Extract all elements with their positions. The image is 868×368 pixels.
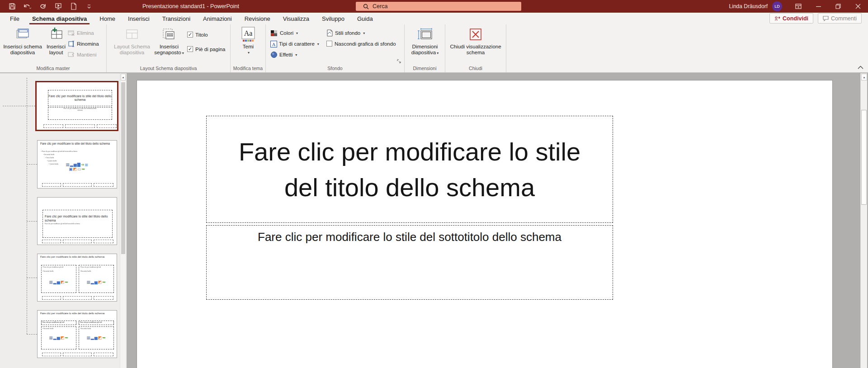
minimize-button[interactable] <box>808 0 828 13</box>
scrollbar-thumb[interactable] <box>121 82 125 254</box>
tab-inserisci[interactable]: Inserisci <box>122 13 156 24</box>
title-bar: Presentazione standard1 - PowerPoint Cer… <box>0 0 868 13</box>
avatar[interactable]: LD <box>772 1 782 11</box>
subtitle-placeholder[interactable]: Fare clic per modificare lo stile del so… <box>206 225 613 300</box>
undo-icon[interactable] <box>21 1 34 12</box>
group-layout-schema: Layout Schema diapositiva Inserisci segn… <box>107 24 231 72</box>
checkbox-icon: ✓ <box>187 46 193 52</box>
redo-icon[interactable] <box>36 1 50 12</box>
thumbnail-layout-comparison[interactable]: Fare clic per modificare lo stile del ti… <box>37 310 117 358</box>
share-button[interactable]: Condividi <box>769 13 813 24</box>
footer-placeholder <box>97 124 117 128</box>
insert-layout-icon <box>49 26 63 42</box>
close-button[interactable] <box>848 0 868 13</box>
footer-checkbox[interactable]: ✓ Piè di pagina <box>187 46 226 52</box>
tab-transizioni[interactable]: Transizioni <box>156 13 197 24</box>
tab-revisione[interactable]: Revisione <box>238 13 277 24</box>
footer-placeholder <box>63 296 92 300</box>
footer-placeholder <box>42 296 61 300</box>
insert-layout-button[interactable]: Inserisci layout <box>44 26 68 56</box>
insert-slide-master-icon <box>15 26 30 42</box>
tree-line <box>27 278 37 278</box>
tab-sviluppo[interactable]: Sviluppo <box>316 13 351 24</box>
slide-thumbnail-panel: Fare clic per modificare lo stile del ti… <box>0 73 127 368</box>
insert-slide-master-button[interactable]: Inserisci schema diapositiva <box>1 26 44 56</box>
thumbnail-scrollbar[interactable]: ▲ <box>120 73 126 368</box>
insert-placeholder-button[interactable]: Inserisci segnaposto▾ <box>154 26 184 56</box>
footer-placeholder <box>94 240 113 243</box>
footer-placeholder <box>42 353 61 356</box>
restore-button[interactable] <box>828 0 848 13</box>
customize-qat-icon[interactable] <box>82 1 96 12</box>
group-dimensioni: Dimensioni diapositiva▾ Dimensioni <box>405 24 445 72</box>
scroll-up-arrow[interactable]: ▲ <box>121 74 126 80</box>
theme-effects-button[interactable]: Effetti▾ <box>270 51 297 59</box>
user-name[interactable]: Linda Dräusdorf <box>729 3 768 9</box>
close-master-view-button[interactable]: Chiudi visualizzazione schema <box>448 26 503 56</box>
slide-editing-canvas: Fare clic per modificare lo stile del ti… <box>127 73 860 368</box>
footer-placeholder <box>94 296 113 300</box>
collapse-ribbon-icon[interactable] <box>855 64 865 71</box>
background-styles-button[interactable]: Stili sfondo▾ <box>326 29 365 37</box>
search-icon <box>363 4 369 9</box>
tab-home[interactable]: Home <box>93 13 122 24</box>
share-icon <box>774 15 780 21</box>
tab-schema-diapositiva[interactable]: Schema diapositiva <box>26 13 93 24</box>
slideshow-icon[interactable] <box>52 1 65 12</box>
hide-background-graphics-checkbox[interactable]: Nascondi grafica di sfondo <box>326 41 396 47</box>
master-layout-icon <box>125 26 139 42</box>
footer-placeholder <box>42 240 61 243</box>
slide-size-button[interactable]: Dimensioni diapositiva▾ <box>407 26 443 56</box>
tab-visualizza[interactable]: Visualizza <box>277 13 316 24</box>
footer-placeholder <box>43 124 63 128</box>
rename-icon <box>68 41 75 47</box>
group-label: Chiudi <box>445 66 506 71</box>
dialog-launcher-icon[interactable] <box>397 59 402 64</box>
title-placeholder-text: Fare clic per modificare lo stile del ti… <box>207 134 613 205</box>
slide-master-surface[interactable]: Fare clic per modificare lo stile del ti… <box>137 80 833 368</box>
thumbnail-layout-content[interactable]: Fare clic per modificare lo stile del ti… <box>37 140 117 189</box>
preserve-button: Mantieni <box>68 51 96 59</box>
thumb-title: Fare clic per modificare lo stile del ti… <box>40 255 114 259</box>
comments-button[interactable]: Commenti <box>818 13 862 24</box>
tab-file[interactable]: File <box>4 13 26 24</box>
subtitle-placeholder-text: Fare clic per modificare lo stile del so… <box>207 230 613 244</box>
window-title: Presentazione standard1 - PowerPoint <box>142 0 239 13</box>
delete-button: Elimina <box>68 29 94 37</box>
footer-placeholder <box>63 183 92 187</box>
tree-line <box>27 334 37 335</box>
footer-placeholder <box>42 183 61 187</box>
tab-guida[interactable]: Guida <box>351 13 379 24</box>
group-sfondo: Colori▾ A Tipi di carattere▾ Effetti▾ <box>266 24 405 72</box>
thumbnail-layout-two-content[interactable]: Fare clic per modificare lo stile del ti… <box>37 254 117 302</box>
ribbon: Inserisci schema diapositiva Inserisci l… <box>0 24 868 73</box>
group-label: Layout Schema diapositiva <box>107 66 230 71</box>
theme-colors-button[interactable]: Colori▾ <box>270 29 298 37</box>
thumbnail-layout-title[interactable]: Fare clic per modificare lo stile del ti… <box>37 197 117 245</box>
footer-placeholder <box>94 183 113 187</box>
preserve-icon <box>68 52 75 58</box>
scrollbar-thumb[interactable] <box>861 110 867 205</box>
group-modifica-master: Inserisci schema diapositiva Inserisci l… <box>0 24 107 72</box>
canvas-scrollbar[interactable]: ▲ <box>860 73 867 368</box>
group-label: Modifica tema <box>231 66 265 71</box>
title-placeholder[interactable]: Fare clic per modificare lo stile del ti… <box>206 116 613 223</box>
footer-placeholder <box>94 353 113 356</box>
themes-button[interactable]: Aa Temi ▾ <box>232 26 264 56</box>
search-input[interactable]: Cerca <box>356 2 521 11</box>
new-file-icon[interactable] <box>67 1 80 12</box>
ribbon-display-options-icon[interactable] <box>788 0 808 13</box>
theme-fonts-button[interactable]: A Tipi di carattere▾ <box>270 40 319 48</box>
group-modifica-tema: Aa Temi ▾ Modifica tema <box>231 24 266 72</box>
theme-colors-icon <box>270 30 278 37</box>
save-icon[interactable] <box>5 1 19 12</box>
rename-button[interactable]: Rinomina <box>68 40 99 48</box>
title-checkbox[interactable]: ✓ Titolo <box>187 32 208 38</box>
scroll-up-arrow[interactable]: ▲ <box>861 74 867 80</box>
thumb-subtitle: Fare clic per modificare lo stile del so… <box>63 108 98 111</box>
tab-animazioni[interactable]: Animazioni <box>197 13 238 24</box>
thumbnail-slide-master[interactable]: Fare clic per modificare lo stile del ti… <box>35 81 118 131</box>
search-placeholder: Cerca <box>373 3 387 9</box>
content-icons: ▦▂▅▇➔◼ ▣◩▭➥ <box>38 162 117 171</box>
footer-placeholder <box>63 240 92 243</box>
